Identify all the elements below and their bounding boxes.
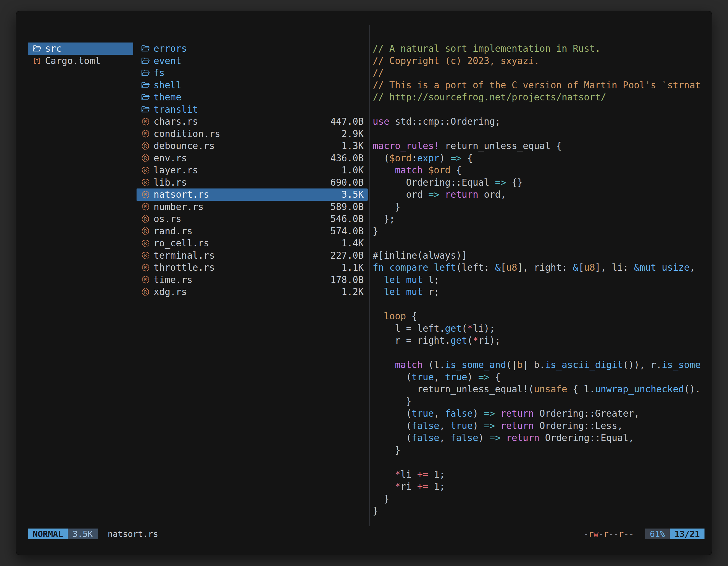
file-name: terminal.rs — [154, 250, 215, 261]
code-line: } — [373, 493, 710, 505]
file-size: 447.0B — [330, 116, 364, 127]
code-line — [373, 237, 710, 250]
file-name: xdg.rs — [154, 286, 187, 297]
file-row[interactable]: R rand.rs 574.0B — [137, 225, 368, 238]
file-row[interactable]: R condition.rs 2.9K — [137, 128, 368, 140]
file-name: chars.rs — [154, 116, 198, 127]
file-row[interactable]: R number.rs 589.0B — [137, 201, 368, 213]
svg-text:R: R — [144, 217, 147, 222]
file-row[interactable]: R os.rs 546.0B — [137, 213, 368, 225]
code-line: let mut r; — [373, 286, 710, 298]
file-row[interactable]: R time.rs 178.0B — [137, 274, 368, 286]
rust-file-icon: R — [141, 178, 150, 187]
file-size: 1.2K — [342, 286, 364, 297]
file-size: 690.0B — [330, 177, 364, 188]
svg-text:R: R — [144, 192, 147, 197]
code-line: match (l.is_some_and(|b| b.is_ascii_digi… — [373, 359, 710, 371]
code-line — [373, 347, 710, 359]
rust-file-icon: R — [141, 154, 150, 162]
file-row[interactable]: R throttle.rs 1.1K — [137, 262, 368, 274]
svg-text:R: R — [144, 180, 147, 185]
code-line: (true, true) => { — [373, 371, 710, 383]
svg-text:R: R — [144, 278, 147, 283]
file-row[interactable]: R lib.rs 690.0B — [137, 177, 368, 189]
directory-row[interactable]: errors — [137, 43, 368, 55]
svg-text:R: R — [144, 241, 147, 246]
directory-row[interactable]: event — [137, 55, 368, 67]
file-row[interactable]: R debounce.rs 1.3K — [137, 140, 368, 152]
directory-row[interactable]: translit — [137, 104, 368, 116]
file-row[interactable]: R natsort.rs 3.5K — [137, 189, 368, 201]
file-name: os.rs — [154, 213, 181, 224]
svg-text:R: R — [144, 168, 147, 173]
status-filename: natsort.rs — [108, 529, 158, 539]
rust-file-icon: R — [141, 166, 150, 175]
file-size-badge: 3.5K — [68, 529, 97, 539]
code-line: } — [373, 225, 710, 238]
code-line: use std::cmp::Ordering; — [373, 116, 710, 128]
code-line: } — [373, 395, 710, 408]
file-name: rand.rs — [154, 226, 192, 237]
code-line — [373, 298, 710, 310]
file-name: natsort.rs — [154, 189, 209, 200]
rust-file-icon: R — [141, 215, 150, 223]
code-line — [373, 128, 710, 140]
file-row[interactable]: R env.rs 436.0B — [137, 152, 368, 165]
parent-directory-row[interactable]: src — [28, 43, 133, 55]
file-size: 2.9K — [342, 128, 364, 139]
file-size: 574.0B — [330, 226, 364, 237]
rust-file-icon: R — [141, 288, 150, 296]
code-line: (false, false) => return Ordering::Equal… — [373, 432, 710, 444]
svg-text:R: R — [144, 119, 147, 124]
file-size: 436.0B — [330, 153, 364, 164]
file-name: env.rs — [154, 153, 187, 164]
rust-file-icon: R — [141, 239, 150, 248]
code-line: *ri += 1; — [373, 480, 710, 493]
file-size: 1.4K — [342, 238, 364, 249]
file-preview-pane: // A natural sort implementation in Rust… — [373, 43, 710, 518]
code-line: ord => return ord, — [373, 189, 710, 201]
code-line: (false, true) => return Ordering::Less, — [373, 420, 710, 432]
rust-file-icon: R — [141, 251, 150, 260]
folder-icon — [32, 45, 42, 52]
code-line: // This is a port of the C version of Ma… — [373, 79, 710, 91]
folder-icon — [141, 82, 150, 89]
file-size: 3.5K — [342, 189, 364, 200]
cursor-position-badge: 13/21 — [670, 529, 704, 539]
file-row[interactable]: R ro_cell.rs 1.4K — [137, 237, 368, 250]
file-row[interactable]: R layer.rs 1.0K — [137, 164, 368, 177]
directory-row[interactable]: theme — [137, 91, 368, 104]
file-name: number.rs — [154, 201, 204, 212]
permissions-text: -rw-r--r-- — [583, 529, 634, 539]
file-row[interactable]: R terminal.rs 227.0B — [137, 250, 368, 262]
code-line: fn compare_left(left: &[u8], right: &[u8… — [373, 262, 710, 274]
file-manager-window: src Cargo.toml — [16, 11, 712, 555]
file-name: Cargo.toml — [45, 55, 101, 66]
code-line: } — [373, 505, 710, 517]
code-line: // http://sourcefrog.net/projects/natsor… — [373, 91, 710, 104]
file-size: 1.3K — [342, 140, 364, 151]
folder-icon — [141, 94, 150, 101]
parent-file-row[interactable]: Cargo.toml — [28, 55, 133, 67]
status-right-group: -rw-r--r-- 61% 13/21 — [583, 529, 704, 539]
scroll-percent-badge: 61% — [645, 529, 670, 539]
file-row[interactable]: R chars.rs 447.0B — [137, 116, 368, 128]
code-line: } — [373, 444, 710, 456]
folder-icon — [141, 69, 150, 76]
code-line: l = left.get(*li); — [373, 322, 710, 335]
directory-row[interactable]: shell — [137, 79, 368, 91]
svg-text:R: R — [144, 156, 147, 161]
code-line: // A natural sort implementation in Rust… — [373, 43, 710, 55]
directory-row[interactable]: fs — [137, 67, 368, 79]
folder-icon — [141, 57, 150, 64]
file-name: time.rs — [154, 274, 192, 285]
file-row[interactable]: R xdg.rs 1.2K — [137, 286, 368, 298]
status-bar: NORMAL 3.5K natsort.rs -rw-r--r-- 61% 13… — [28, 529, 704, 539]
svg-text:R: R — [144, 144, 147, 149]
folder-icon — [141, 106, 150, 113]
directory-name: event — [154, 55, 181, 66]
file-name: debounce.rs — [154, 140, 215, 151]
svg-text:R: R — [144, 205, 147, 210]
directory-name: theme — [154, 92, 181, 103]
code-line: loop { — [373, 310, 710, 322]
